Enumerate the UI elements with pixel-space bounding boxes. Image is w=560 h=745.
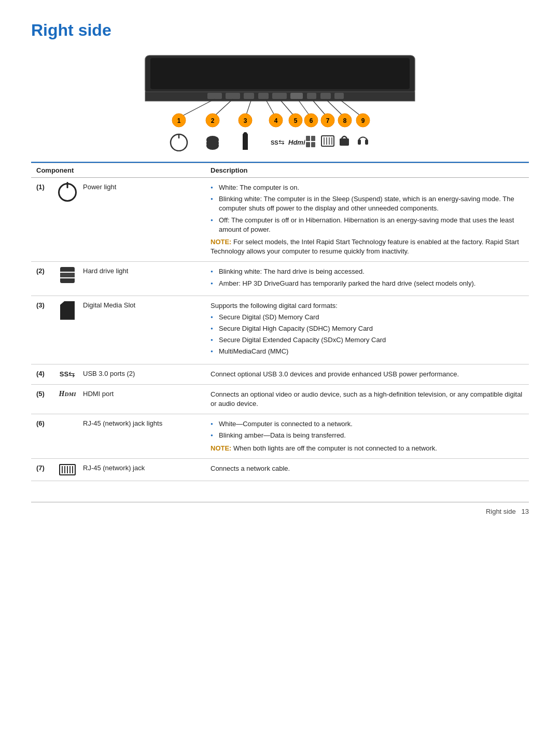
svg-text:9: 9	[361, 117, 365, 124]
svg-text:⇆: ⇆	[278, 138, 285, 146]
power-light-icon	[57, 183, 78, 202]
note-label: NOTE:	[211, 238, 231, 246]
component-name: RJ-45 (network) jack lights	[83, 419, 162, 427]
component-name: Power light	[83, 183, 116, 191]
footer-page: 13	[522, 508, 529, 515]
svg-rect-11	[334, 93, 344, 99]
svg-rect-50	[306, 142, 310, 147]
footer-text: Right side	[486, 508, 516, 515]
svg-rect-10	[320, 93, 331, 99]
description-cell: Supports the following digital card form…	[205, 296, 529, 364]
svg-text:2: 2	[211, 117, 215, 124]
footer: Right side 13	[31, 502, 529, 515]
digital-media-slot-icon	[57, 301, 78, 320]
svg-text:8: 8	[343, 117, 347, 124]
svg-rect-4	[226, 93, 240, 99]
description-cell: White: The computer is on.Blinking white…	[205, 178, 529, 262]
svg-rect-57	[340, 138, 349, 146]
component-name: HDMI port	[83, 390, 114, 398]
svg-text:6: 6	[310, 117, 313, 124]
component-cell: (4)SS⇆USB 3.0 ports (2)	[31, 364, 205, 384]
usb-port-icon: SS⇆	[57, 370, 78, 379]
component-number: (2)	[36, 267, 52, 275]
svg-point-43	[206, 142, 219, 150]
svg-text:5: 5	[294, 117, 298, 124]
description-cell: Connects a network cable.	[205, 458, 529, 481]
description-cell: White—Computer is connected to a network…	[205, 414, 529, 459]
rj45-jack-icon	[57, 464, 78, 475]
table-row: (4)SS⇆USB 3.0 ports (2)Connect optional …	[31, 364, 529, 384]
svg-text:3: 3	[244, 117, 247, 124]
hdmi-port-icon: HDMI	[57, 390, 78, 398]
component-name: RJ-45 (network) jack	[83, 464, 145, 472]
svg-rect-1	[150, 58, 410, 89]
component-number: (3)	[36, 301, 52, 309]
component-name: USB 3.0 ports (2)	[83, 370, 135, 377]
component-number: (1)	[36, 183, 52, 191]
description-cell: Blinking white: The hard drive is being …	[205, 262, 529, 296]
svg-rect-51	[311, 142, 315, 147]
component-number: (6)	[36, 419, 52, 427]
svg-text:7: 7	[326, 117, 330, 124]
svg-text:Hdmi: Hdmi	[288, 138, 305, 146]
table-row: (2) Hard drive lightBlinking white: The …	[31, 262, 529, 296]
svg-rect-3	[207, 93, 222, 99]
note-label: NOTE:	[211, 444, 231, 452]
table-row: (3)Digital Media SlotSupports the follow…	[31, 296, 529, 364]
svg-rect-48	[306, 136, 310, 141]
svg-text:1: 1	[177, 117, 181, 124]
component-cell: (2) Hard drive light	[31, 262, 205, 296]
components-table: Component Description (1) Power lightWhi…	[31, 163, 529, 481]
svg-rect-59	[365, 139, 368, 145]
col-header-component: Component	[31, 163, 205, 178]
component-cell: (7) RJ-45 (network) jack	[31, 458, 205, 481]
svg-text:SS: SS	[271, 139, 278, 146]
component-cell: (5)HDMIHDMI port	[31, 384, 205, 414]
svg-rect-49	[311, 136, 315, 141]
component-cell: (6)RJ-45 (network) jack lights	[31, 414, 205, 459]
svg-marker-44	[243, 132, 248, 150]
svg-rect-5	[244, 93, 254, 99]
svg-rect-8	[290, 93, 303, 99]
svg-text:4: 4	[274, 117, 278, 124]
page-title: Right side	[31, 21, 529, 40]
table-row: (1) Power lightWhite: The computer is on…	[31, 178, 529, 262]
hard-drive-light-icon	[57, 267, 78, 283]
description-cell: Connects an optional video or audio devi…	[205, 384, 529, 414]
description-cell: Connect optional USB 3.0 devices and pro…	[205, 364, 529, 384]
svg-rect-7	[272, 93, 287, 99]
component-number: (4)	[36, 370, 52, 377]
svg-rect-6	[258, 93, 269, 99]
component-name: Hard drive light	[83, 267, 128, 275]
component-name: Digital Media Slot	[83, 301, 135, 309]
component-cell: (3)Digital Media Slot	[31, 296, 205, 364]
svg-rect-58	[358, 139, 361, 145]
table-row: (5)HDMIHDMI portConnects an optional vid…	[31, 384, 529, 414]
component-number: (7)	[36, 464, 52, 472]
table-row: (6)RJ-45 (network) jack lightsWhite—Comp…	[31, 414, 529, 459]
component-cell: (1) Power light	[31, 178, 205, 262]
component-number: (5)	[36, 390, 52, 398]
svg-rect-9	[307, 93, 316, 99]
laptop-diagram: 1 2 3 4 5 6 7 8 9 SS	[31, 50, 529, 151]
table-row: (7) RJ-45 (network) jackConnects a netwo…	[31, 458, 529, 481]
col-header-description: Description	[205, 163, 529, 178]
